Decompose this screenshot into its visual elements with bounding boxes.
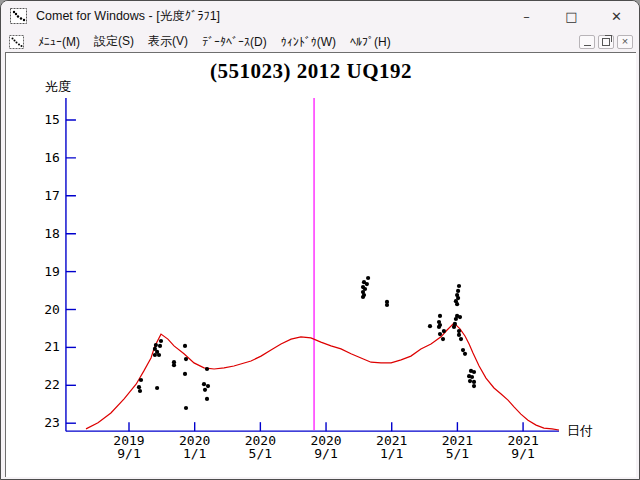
y-axis-title: 光度 xyxy=(45,79,71,94)
observation-point xyxy=(205,367,209,371)
observation-point xyxy=(472,380,476,384)
x-tick-label-day: 9/1 xyxy=(314,446,337,461)
minimize-button[interactable]: – xyxy=(504,1,549,31)
title-bar: Comet for Windows - [光度ｸﾞﾗﾌ1] – □ ✕ xyxy=(1,1,639,31)
observation-point xyxy=(137,385,141,389)
observation-point xyxy=(472,384,476,388)
app-window: Comet for Windows - [光度ｸﾞﾗﾌ1] – □ ✕ ﾒﾆｭｰ… xyxy=(0,0,640,480)
mdi-minimize-icon xyxy=(584,45,591,46)
maximize-icon: □ xyxy=(565,9,577,24)
close-icon: ✕ xyxy=(611,9,622,24)
observation-point xyxy=(155,386,159,390)
y-tick-label: 23 xyxy=(44,415,60,430)
y-tick-label: 20 xyxy=(44,302,60,317)
observation-point xyxy=(457,333,461,337)
observation-point xyxy=(463,352,467,356)
observation-point xyxy=(365,282,369,286)
x-axis-title: 日付 xyxy=(567,423,593,438)
x-tick-label-day: 9/1 xyxy=(511,446,534,461)
observation-point xyxy=(157,353,161,357)
x-tick-label-day: 5/1 xyxy=(446,446,469,461)
maximize-button[interactable]: □ xyxy=(549,1,594,31)
window-title: Comet for Windows - [光度ｸﾞﾗﾌ1] xyxy=(36,8,220,25)
y-tick-label: 19 xyxy=(44,264,60,279)
observation-point xyxy=(428,324,432,328)
observation-point xyxy=(438,314,442,318)
observation-point xyxy=(442,329,446,333)
y-tick-label: 21 xyxy=(44,339,60,354)
observation-point xyxy=(154,343,158,347)
y-tick-label: 16 xyxy=(44,150,60,165)
observation-point xyxy=(361,295,365,299)
observation-point xyxy=(183,372,187,376)
observation-point xyxy=(470,375,474,379)
observation-point xyxy=(159,339,163,343)
menu-item-view[interactable]: 表示(V) xyxy=(148,33,188,50)
x-tick-label-day: 1/1 xyxy=(183,446,206,461)
observation-point xyxy=(457,329,461,333)
observation-point xyxy=(158,344,162,348)
light-curve-plot: 15161718192021222320199/120201/120205/12… xyxy=(6,53,638,478)
y-tick-label: 15 xyxy=(44,112,60,127)
observation-point xyxy=(139,378,143,382)
observation-point xyxy=(202,382,206,386)
observation-point xyxy=(438,332,442,336)
x-tick-label-day: 9/1 xyxy=(117,446,140,461)
x-tick-label-day: 1/1 xyxy=(380,446,403,461)
y-tick-label: 22 xyxy=(44,377,60,392)
mdi-close-icon: × xyxy=(622,36,628,47)
y-tick-label: 17 xyxy=(44,188,60,203)
mdi-window-buttons: × xyxy=(579,35,633,49)
observation-point xyxy=(456,289,460,293)
document-icon xyxy=(9,35,24,49)
observation-point xyxy=(457,284,461,288)
caption-buttons: – □ ✕ xyxy=(504,1,639,31)
observation-point xyxy=(441,337,445,341)
menu-item-database[interactable]: ﾃﾞｰﾀﾍﾞｰｽ(D) xyxy=(202,35,267,49)
mdi-minimize-button[interactable] xyxy=(579,35,595,49)
mdi-restore-button[interactable] xyxy=(598,35,614,49)
observation-point xyxy=(366,276,370,280)
observation-point xyxy=(172,363,176,367)
observation-point xyxy=(452,325,456,329)
observation-point xyxy=(468,379,472,383)
observation-point xyxy=(472,370,476,374)
minimize-icon: – xyxy=(523,9,530,24)
observation-point xyxy=(203,388,207,392)
observation-point xyxy=(184,357,188,361)
observation-point xyxy=(454,317,458,321)
observation-point xyxy=(459,337,463,341)
observation-point xyxy=(153,353,157,357)
model-light-curve xyxy=(86,323,559,430)
mdi-close-button[interactable]: × xyxy=(617,35,633,49)
x-tick-label-day: 5/1 xyxy=(249,446,272,461)
y-tick-label: 18 xyxy=(44,226,60,241)
observation-point xyxy=(184,406,188,410)
observation-point xyxy=(205,397,209,401)
observation-point xyxy=(385,303,389,307)
app-icon xyxy=(10,8,27,24)
menu-item-help[interactable]: ﾍﾙﾌﾟ(H) xyxy=(350,35,391,49)
menu-item-settings[interactable]: 設定(S) xyxy=(94,33,134,50)
menu-item-menu[interactable]: ﾒﾆｭｰ(M) xyxy=(38,35,80,49)
observation-point xyxy=(206,384,210,388)
observation-point xyxy=(183,344,187,348)
observation-point xyxy=(455,302,459,306)
close-button[interactable]: ✕ xyxy=(594,1,639,31)
observation-point xyxy=(437,325,441,329)
mdi-restore-icon xyxy=(602,38,610,46)
menu-item-window[interactable]: ｳｨﾝﾄﾞｳ(W) xyxy=(281,35,336,49)
observation-point xyxy=(138,389,142,393)
chart-area: (551023) 2012 UQ192 15161718192021222320… xyxy=(5,52,636,477)
menu-bar: ﾒﾆｭｰ(M) 設定(S) 表示(V) ﾃﾞｰﾀﾍﾞｰｽ(D) ｳｨﾝﾄﾞｳ(W… xyxy=(1,31,639,52)
observation-point xyxy=(461,348,465,352)
observation-point xyxy=(458,315,462,319)
